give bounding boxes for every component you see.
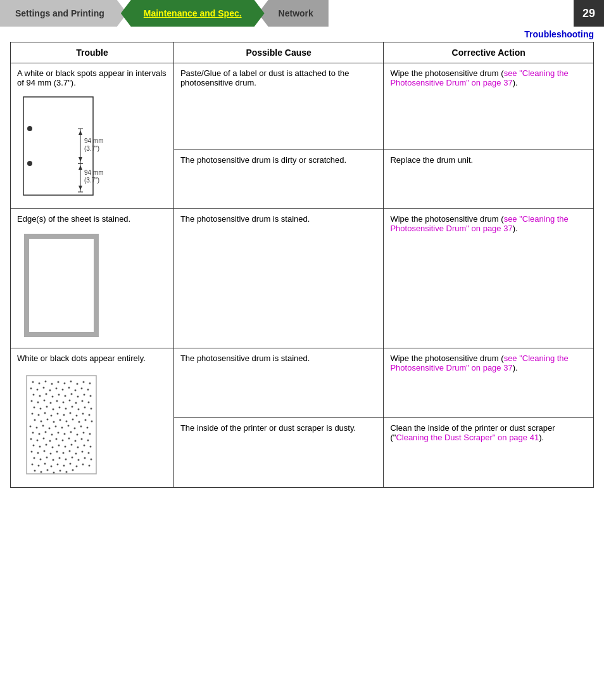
svg-point-74 [57, 413, 59, 415]
svg-point-46 [71, 393, 73, 395]
svg-point-85 [66, 421, 68, 423]
svg-point-56 [69, 400, 71, 402]
spots-diagram-container: 94 mm (3.7") 94 mm (3.7") [17, 94, 167, 203]
svg-point-94 [55, 426, 57, 428]
svg-point-134 [56, 451, 58, 453]
action-text-before-2: Wipe the photosensitive drum ( [390, 214, 503, 224]
edge-diagram-svg [17, 230, 109, 341]
svg-rect-0 [23, 97, 93, 195]
svg-point-91 [36, 427, 38, 429]
svg-point-107 [77, 434, 79, 436]
svg-point-126 [71, 444, 73, 446]
svg-point-55 [63, 402, 65, 404]
action-cell-3a: Wipe the photosensitive drum (see "Clean… [384, 348, 594, 418]
svg-point-98 [80, 426, 82, 428]
table-row: White or black dots appear entirely. [11, 348, 594, 418]
svg-text:(3.7"): (3.7") [84, 177, 99, 184]
troubleshooting-table: Trouble Possible Cause Corrective Action… [10, 42, 594, 488]
svg-point-124 [58, 445, 60, 447]
svg-point-93 [49, 428, 51, 430]
svg-point-30 [30, 388, 32, 390]
col-header-action: Corrective Action [384, 42, 594, 63]
svg-point-149 [91, 459, 92, 461]
svg-point-75 [63, 414, 65, 416]
cause-cell-2: The photosensitive drum is stained. [173, 209, 384, 348]
svg-point-73 [51, 415, 53, 417]
svg-point-86 [72, 419, 74, 421]
tab-settings-label: Settings and Printing [15, 8, 104, 18]
svg-point-57 [75, 402, 77, 404]
svg-point-141 [40, 459, 42, 461]
svg-point-45 [65, 395, 66, 397]
svg-point-72 [44, 412, 46, 414]
cause-text-3b: The inside of the printer or dust scrape… [180, 423, 356, 433]
svg-point-24 [58, 381, 60, 383]
svg-point-53 [50, 402, 52, 404]
svg-point-49 [90, 395, 92, 397]
svg-point-88 [85, 419, 87, 421]
svg-point-127 [77, 447, 79, 449]
svg-point-43 [52, 396, 54, 398]
svg-point-70 [32, 413, 34, 415]
svg-point-97 [74, 428, 76, 430]
cause-cell-3b: The inside of the printer or dust scrape… [173, 418, 384, 488]
col-header-trouble: Trouble [11, 42, 174, 63]
cause-text-1b: The photosensitive drum is dirty or scra… [180, 155, 346, 165]
svg-point-159 [89, 465, 91, 467]
trouble-text-3: White or black dots appear entirely. [17, 353, 167, 363]
svg-point-23 [51, 383, 53, 385]
svg-point-119 [87, 440, 89, 442]
cause-cell-3a: The photosensitive drum is stained. [173, 348, 384, 418]
page-number: 29 [574, 0, 604, 27]
svg-point-92 [42, 425, 44, 427]
svg-point-152 [44, 463, 46, 465]
svg-point-87 [79, 421, 80, 423]
action-text-after-1a: ). [513, 78, 518, 87]
svg-point-35 [62, 389, 64, 391]
svg-point-136 [69, 450, 71, 452]
tab-settings[interactable]: Settings and Printing [0, 0, 127, 27]
tab-network[interactable]: Network [258, 0, 329, 27]
svg-point-132 [44, 450, 46, 452]
svg-point-51 [37, 402, 39, 404]
svg-point-108 [83, 432, 85, 434]
svg-point-31 [37, 389, 39, 391]
edge-diagram-container [17, 230, 167, 343]
svg-point-129 [90, 446, 92, 448]
svg-point-78 [82, 413, 84, 415]
svg-point-101 [39, 433, 41, 435]
svg-point-125 [65, 446, 66, 448]
table-row: Edge(s) of the sheet is stained. The pho… [11, 209, 594, 348]
svg-point-143 [53, 459, 54, 461]
svg-point-81 [41, 421, 42, 423]
svg-point-36 [68, 387, 70, 389]
svg-point-140 [34, 457, 35, 459]
svg-point-50 [31, 400, 33, 402]
svg-point-41 [39, 395, 41, 397]
svg-point-114 [56, 438, 58, 440]
svg-point-95 [61, 427, 63, 429]
svg-point-130 [31, 451, 33, 453]
svg-text:94 mm: 94 mm [84, 169, 104, 176]
trouble-text-1: A white or black spots appear in interva… [17, 68, 167, 87]
table-row: A white or black spots appear in interva… [11, 63, 594, 150]
svg-point-137 [75, 453, 77, 455]
svg-rect-17 [27, 236, 96, 334]
svg-point-76 [70, 412, 72, 414]
svg-point-162 [47, 469, 49, 471]
svg-point-68 [84, 407, 86, 409]
svg-point-151 [38, 465, 40, 467]
svg-point-102 [45, 431, 47, 433]
tab-maintenance[interactable]: Maintenance and Spec. [121, 0, 265, 27]
action-link-3b[interactable]: Cleaning the Dust Scraper" on page 41 [396, 433, 539, 442]
svg-point-145 [65, 459, 67, 461]
svg-point-133 [50, 453, 52, 455]
svg-point-1 [27, 126, 32, 131]
svg-point-156 [70, 463, 72, 465]
svg-point-144 [59, 457, 61, 459]
svg-point-116 [68, 438, 70, 440]
svg-point-154 [57, 464, 59, 466]
svg-point-100 [32, 432, 34, 434]
svg-point-44 [58, 394, 60, 396]
svg-point-120 [33, 445, 35, 447]
